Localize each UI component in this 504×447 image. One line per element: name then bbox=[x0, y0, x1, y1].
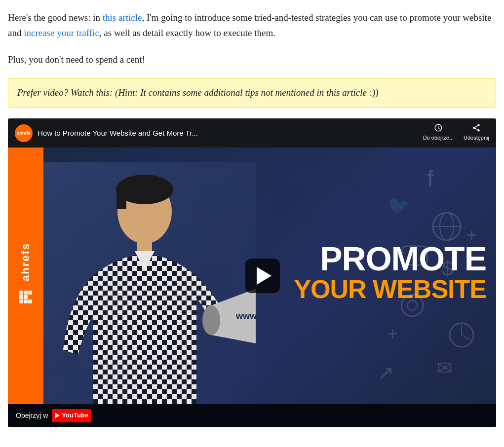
share-icon bbox=[472, 123, 481, 132]
video-sidebar: ahrefs bbox=[8, 148, 43, 404]
svg-rect-19 bbox=[19, 295, 23, 299]
increase-traffic-link[interactable]: increase your traffic bbox=[24, 28, 99, 38]
svg-rect-21 bbox=[19, 299, 23, 303]
watch-later-label: Do obejrze... bbox=[423, 134, 454, 143]
channel-avatar: ahrefs bbox=[15, 124, 33, 142]
clock-icon bbox=[434, 123, 443, 132]
paragraph1-text-end: , as well as detail exactly how to execu… bbox=[99, 28, 275, 38]
video-promote-text: PROMOTE YOUR WEBSITE bbox=[294, 242, 486, 303]
callout-text: Prefer video? Watch this: (Hint: It cont… bbox=[17, 85, 487, 100]
svg-text:↗: ↗ bbox=[378, 362, 394, 383]
play-button[interactable] bbox=[245, 259, 280, 293]
svg-text:✉: ✉ bbox=[437, 358, 453, 378]
intro-paragraph-1: Here's the good news: in this article, I… bbox=[8, 10, 496, 41]
youtube-logo: YouTube bbox=[52, 409, 91, 422]
svg-rect-16 bbox=[19, 291, 23, 295]
svg-rect-23 bbox=[28, 299, 32, 303]
svg-text:+: + bbox=[388, 324, 398, 344]
channel-name-logo: ahrefs bbox=[17, 130, 30, 137]
svg-rect-18 bbox=[28, 291, 32, 295]
video-top-bar: ahrefs How to Promote Your Website and G… bbox=[8, 118, 496, 148]
svg-line-13 bbox=[462, 335, 470, 340]
svg-text:🐦: 🐦 bbox=[388, 195, 410, 216]
second-paragraph: Plus, you don't need to spend a cent! bbox=[8, 52, 496, 67]
promote-main-text: PROMOTE bbox=[294, 242, 486, 275]
callout-box: Prefer video? Watch this: (Hint: It cont… bbox=[8, 78, 496, 108]
paragraph1-text-start: Here's the good news: in bbox=[8, 12, 103, 23]
svg-rect-20 bbox=[24, 295, 28, 299]
watch-label-text: Obejrzyj w bbox=[16, 410, 48, 421]
video-bottom-bar: Obejrzyj w YouTube bbox=[8, 404, 496, 427]
this-article-link[interactable]: this article bbox=[103, 12, 142, 23]
svg-text:f: f bbox=[427, 166, 434, 192]
play-triangle-icon bbox=[257, 267, 271, 285]
sidebar-logo-icon bbox=[18, 290, 33, 309]
video-top-actions: Do obejrze... Udostępnij bbox=[423, 123, 489, 143]
promote-sub-text: YOUR WEBSITE bbox=[294, 275, 486, 303]
video-person-area: www bbox=[43, 162, 256, 404]
watch-on-youtube[interactable]: Obejrzyj w YouTube bbox=[16, 409, 91, 422]
youtube-play-icon bbox=[55, 412, 60, 418]
watch-later-action[interactable]: Do obejrze... bbox=[423, 123, 454, 143]
svg-rect-30 bbox=[116, 189, 126, 209]
svg-rect-17 bbox=[24, 291, 28, 295]
share-action[interactable]: Udostępnij bbox=[464, 123, 489, 143]
youtube-label-text: YouTube bbox=[62, 410, 88, 421]
sidebar-brand-text: ahrefs bbox=[17, 243, 34, 281]
svg-text:www: www bbox=[235, 311, 256, 321]
video-container[interactable]: ahrefs How to Promote Your Website and G… bbox=[8, 118, 496, 427]
svg-rect-22 bbox=[24, 299, 28, 303]
svg-point-33 bbox=[202, 305, 220, 335]
video-title: How to Promote Your Website and Get More… bbox=[38, 127, 418, 139]
second-paragraph-text: Plus, you don't need to spend a cent! bbox=[8, 52, 496, 67]
share-label: Udostępnij bbox=[464, 134, 489, 143]
video-main[interactable]: f 🐦 $ + + ↗ ✉ ahrefs bbox=[8, 148, 496, 404]
